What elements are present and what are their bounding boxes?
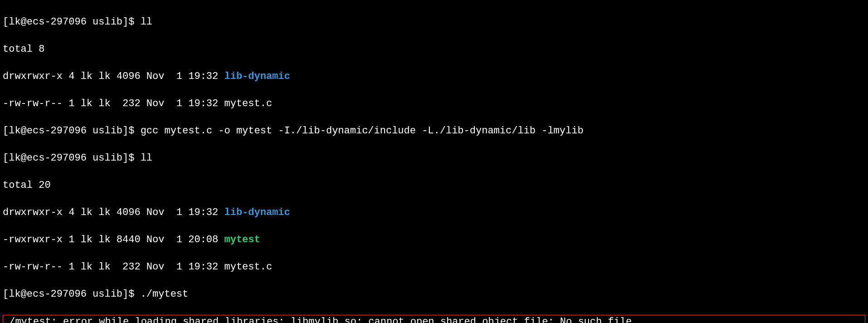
line-prompt-ll-1: [lk@ecs-297096 uslib]$ ll [3, 15, 865, 29]
line-ls-libdyn-1: drwxrwxr-x 4 lk lk 4096 Nov 1 19:32 lib-… [3, 70, 865, 83]
line-ls-mytestc-2: -rw-rw-r-- 1 lk lk 232 Nov 1 19:32 mytes… [3, 260, 865, 274]
cmd-text: ./mytest [141, 289, 189, 300]
shell-prompt: [lk@ecs-297096 uslib]$ [3, 125, 141, 137]
shell-prompt: [lk@ecs-297096 uslib]$ [3, 16, 141, 28]
line-prompt-run: [lk@ecs-297096 uslib]$ ./mytest [3, 288, 865, 301]
shell-prompt: [lk@ecs-297096 uslib]$ [3, 152, 141, 164]
cmd-text: ll [141, 16, 152, 28]
dir-lib-dynamic: lib-dynamic [224, 207, 290, 218]
cmd-text: gcc mytest.c -o mytest -I./lib-dynamic/i… [141, 125, 584, 137]
line-total-8: total 8 [3, 43, 865, 56]
line-prompt-gcc: [lk@ecs-297096 uslib]$ gcc mytest.c -o m… [3, 124, 865, 138]
ls-row-prefix: -rwxrwxr-x 1 lk lk 8440 Nov 1 20:08 [3, 234, 224, 245]
line-total-20: total 20 [3, 179, 865, 192]
line-prompt-ll-2: [lk@ecs-297096 uslib]$ ll [3, 152, 865, 165]
dir-lib-dynamic: lib-dynamic [224, 71, 290, 82]
line-ls-libdyn-2: drwxrwxr-x 4 lk lk 4096 Nov 1 19:32 lib-… [3, 206, 865, 220]
exe-mytest: mytest [224, 234, 260, 245]
shell-prompt: [lk@ecs-297096 uslib]$ [3, 289, 141, 300]
ls-row-prefix: drwxrwxr-x 4 lk lk 4096 Nov 1 19:32 [3, 207, 224, 218]
terminal[interactable]: [lk@ecs-297096 uslib]$ ll total 8 drwxrw… [0, 0, 868, 323]
ls-row-prefix: drwxrwxr-x 4 lk lk 4096 Nov 1 19:32 [3, 71, 224, 82]
error-line-1: ./mytest: error while loading shared lib… [3, 315, 865, 323]
line-ls-mytest-exe: -rwxrwxr-x 1 lk lk 8440 Nov 1 20:08 myte… [3, 233, 865, 247]
cmd-text: ll [141, 152, 152, 164]
line-ls-mytestc-1: -rw-rw-r-- 1 lk lk 232 Nov 1 19:32 mytes… [3, 97, 865, 111]
